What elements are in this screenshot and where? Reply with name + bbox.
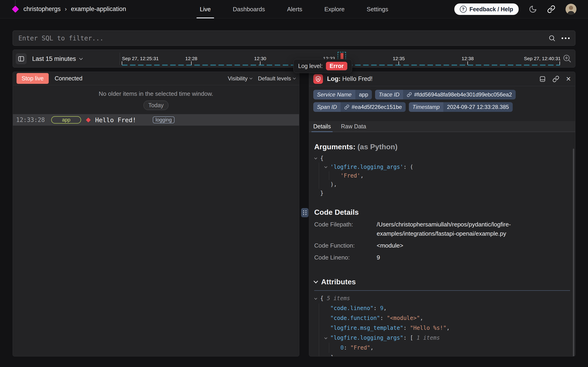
sidebar-toggle-icon[interactable] — [16, 53, 27, 64]
code-line: "code.lineno": 9, — [314, 303, 570, 313]
timeline-tick-mark — [191, 61, 191, 65]
badge-value: #fdd5694a8fa98eb4e301d99ebc056ea2 — [403, 90, 516, 100]
logfire-logo-icon[interactable] — [11, 5, 19, 13]
code-details-rows: Code Filepath:/Users/christophersamiulla… — [314, 220, 570, 262]
breadcrumb-org[interactable]: christophergs — [24, 6, 61, 13]
log-detail-panel: Log: Hello Fred! ✕ Service NameappTrace … — [309, 72, 575, 356]
nav-tab-explore[interactable]: Explore — [324, 0, 345, 18]
search-icon[interactable] — [548, 34, 556, 42]
arguments-code-block: {'logfire.logging_args': ('Fred',),} — [314, 154, 570, 198]
detail-value: <module> — [377, 241, 403, 250]
default-levels-label: Default levels — [258, 75, 291, 82]
nav-tab-live[interactable]: Live — [200, 0, 211, 18]
connection-status: Connected — [55, 75, 83, 82]
more-options-icon[interactable] — [562, 37, 570, 39]
log-row-selected[interactable]: 12:33:28 app Hello Fred! logging — [13, 114, 299, 126]
app-window: christophergs › example-application Live… — [0, 0, 588, 367]
code-line: { — [314, 154, 570, 163]
visibility-dropdown[interactable]: Visibility — [228, 75, 252, 82]
zoom-in-icon[interactable] — [562, 54, 572, 63]
breadcrumb: christophergs › example-application — [11, 5, 126, 13]
meta-badge-timestamp[interactable]: Timestamp2024-09-27 12:33:28.385 — [409, 102, 513, 112]
panel-resize-handle[interactable] — [301, 208, 308, 217]
visibility-label: Visibility — [228, 75, 248, 82]
tab-raw-data[interactable]: Raw Data — [341, 121, 366, 132]
detail-header: Log: Hello Fred! ✕ — [309, 72, 575, 86]
nav-tab-alerts[interactable]: Alerts — [287, 0, 302, 18]
scrollbar[interactable] — [573, 149, 574, 356]
breadcrumb-separator: › — [65, 6, 67, 13]
badge-label: Service Name — [313, 90, 355, 100]
detail-label: Code Function: — [314, 241, 377, 250]
timeline-tick-label: 12:30 — [254, 56, 266, 61]
timeline-tick-label: Sep 27, 12:40:31 — [524, 56, 561, 61]
permalink-icon[interactable] — [552, 75, 559, 83]
attributes-heading[interactable]: Attributes — [314, 278, 570, 286]
log-level-tooltip: Log level: Error — [293, 59, 352, 73]
feedback-help-button[interactable]: ? Feedback / Help — [454, 3, 519, 15]
code-line: "logfire.logging_args": [ 1 items — [314, 333, 570, 343]
logging-tag-chip[interactable]: logging — [153, 117, 174, 123]
dark-mode-moon-icon[interactable] — [529, 5, 537, 13]
logo-diamond — [12, 6, 19, 13]
question-circle-icon: ? — [460, 6, 467, 13]
attributes-json-block: { 5 items"code.lineno": 9,"code.function… — [314, 293, 570, 356]
code-detail-row: Code Function:<module> — [314, 241, 570, 250]
drag-dots-icon — [303, 210, 306, 215]
timeline-tick-label: 12:35 — [393, 56, 405, 61]
badge-value: #ea4d5f226ec151be — [341, 102, 406, 112]
meta-badge-span-id[interactable]: Span ID#ea4d5f226ec151be — [313, 102, 406, 112]
today-button[interactable]: Today — [144, 100, 169, 110]
badge-value: 2024-09-27 12:33:28.385 — [443, 102, 513, 112]
collapse-chevron-icon[interactable] — [314, 156, 317, 159]
detail-title-prefix: Log: — [327, 75, 340, 82]
share-link-icon[interactable] — [547, 5, 555, 13]
meta-badge-trace-id[interactable]: Trace ID#fdd5694a8fa98eb4e301d99ebc056ea… — [375, 90, 516, 100]
timeline-tick-mark — [467, 61, 468, 65]
collapse-chevron-icon[interactable] — [324, 336, 327, 339]
time-range-dropdown[interactable]: Last 15 minutes — [32, 55, 82, 62]
timeline-tick-label: 12:38 — [462, 56, 474, 61]
dock-panel-icon[interactable] — [539, 75, 546, 83]
code-line: 0: "Fred", — [314, 343, 570, 353]
nav-tab-settings[interactable]: Settings — [367, 0, 388, 18]
tooltip-label: Log level: — [298, 63, 323, 69]
sql-filter-bar — [13, 31, 575, 46]
default-levels-dropdown[interactable]: Default levels — [258, 75, 295, 82]
error-shield-icon — [313, 74, 323, 84]
code-details-heading: Code Details — [314, 208, 570, 217]
log-time: 12:33:28 — [16, 117, 45, 123]
close-icon[interactable]: ✕ — [566, 75, 571, 83]
collapse-chevron-icon[interactable] — [324, 165, 327, 168]
detail-tabs: DetailsRaw Data — [309, 121, 575, 132]
detail-title: Hello Fred! — [342, 75, 373, 82]
user-avatar[interactable] — [565, 4, 577, 15]
code-line: { 5 items — [314, 293, 570, 303]
attributes-heading-text: Attributes — [321, 278, 356, 286]
stop-live-button[interactable]: Stop live — [17, 73, 49, 84]
empty-window-message: No older items in the selected time wind… — [13, 90, 299, 97]
code-detail-row: Code Lineno:9 — [314, 253, 570, 262]
code-line: ), — [314, 180, 570, 189]
code-line: 'Fred', — [314, 171, 570, 180]
main-nav: LiveDashboardsAlertsExploreSettings — [200, 0, 388, 18]
arguments-heading: Arguments: (as Python) — [314, 143, 570, 151]
arguments-subheading: (as Python) — [357, 143, 397, 151]
link-icon — [344, 105, 349, 109]
service-pill[interactable]: app — [51, 116, 81, 124]
sql-filter-input[interactable] — [18, 34, 548, 42]
code-line: ] — [314, 353, 570, 356]
top-header: christophergs › example-application Live… — [0, 0, 588, 18]
nav-tab-dashboards[interactable]: Dashboards — [233, 0, 265, 18]
detail-value: 9 — [377, 253, 380, 262]
tab-details[interactable]: Details — [313, 121, 331, 132]
detail-label: Code Lineno: — [314, 253, 377, 262]
detail-label: Code Filepath: — [314, 220, 377, 238]
meta-badge-service-name[interactable]: Service Nameapp — [313, 90, 372, 100]
live-logs-panel: Stop live Connected Visibility Default l… — [13, 72, 299, 356]
breadcrumb-project[interactable]: example-application — [71, 6, 126, 13]
code-detail-row: Code Filepath:/Users/christophersamiulla… — [314, 220, 570, 238]
error-diamond-icon — [86, 117, 91, 122]
chevron-down-icon — [249, 76, 252, 79]
collapse-chevron-icon[interactable] — [314, 297, 317, 300]
